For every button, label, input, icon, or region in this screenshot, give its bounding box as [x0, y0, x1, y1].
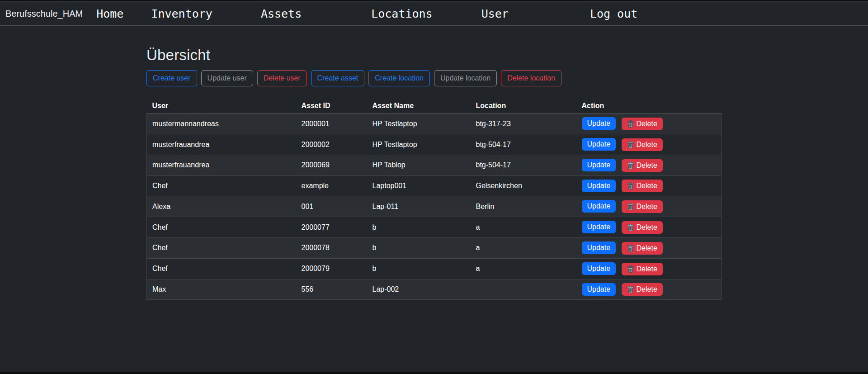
toolbar: Create userUpdate userDelete userCreate … [146, 70, 722, 86]
header-asset-name: Asset Name [367, 99, 471, 114]
delete-button-label: Delete [637, 285, 657, 294]
window-bottom-edge [0, 372, 868, 374]
update-button[interactable]: Update [582, 241, 616, 254]
table-row: Chef 2000079 b a Update Delete [147, 258, 722, 279]
update-button[interactable]: Update [582, 159, 616, 171]
delete-button-label: Delete [637, 182, 657, 190]
nav-item-locations[interactable]: Locations [371, 7, 432, 20]
trash-icon [627, 286, 634, 293]
update-button[interactable]: Update [582, 180, 616, 192]
cell-asset-name: b [367, 217, 471, 238]
create-location-button[interactable]: Create location [368, 70, 430, 86]
cell-action: Update Delete [576, 217, 722, 238]
cell-user: musterfrauandrea [147, 155, 296, 175]
nav-item-log-out[interactable]: Log out [590, 7, 637, 20]
cell-action: Update Delete [576, 134, 722, 155]
header-user: User [147, 99, 296, 114]
navbar: Berufsschule_HAM HomeInventoryAssetsLoca… [0, 2, 868, 26]
cell-asset-id: 001 [296, 196, 367, 217]
update-button[interactable]: Update [582, 138, 616, 151]
nav-item-inventory[interactable]: Inventory [151, 7, 212, 20]
nav-item-user[interactable]: User [481, 7, 509, 20]
cell-user: Chef [147, 175, 296, 196]
cell-action: Update Delete [576, 114, 722, 134]
delete-button-label: Delete [637, 161, 657, 170]
cell-asset-name: Lap-002 [367, 279, 471, 300]
trash-icon [627, 120, 634, 128]
cell-location: a [471, 258, 576, 279]
cell-action: Update Delete [576, 258, 722, 279]
cell-asset-name: HP Testlaptop [367, 114, 471, 134]
cell-action: Update Delete [576, 175, 722, 196]
header-action: Action [576, 99, 722, 114]
delete-button[interactable]: Delete [622, 221, 663, 234]
cell-action: Update Delete [576, 196, 722, 217]
cell-asset-name: b [367, 258, 471, 279]
cell-user: musterfrauandrea [147, 134, 296, 155]
cell-user: Chef [147, 217, 296, 238]
trash-icon [627, 162, 634, 169]
header-location: Location [471, 99, 576, 114]
create-asset-button[interactable]: Create asset [311, 70, 365, 86]
cell-user: Chef [147, 237, 296, 258]
update-location-button[interactable]: Update location [434, 70, 497, 86]
nav-item-assets[interactable]: Assets [261, 7, 302, 20]
cell-asset-id: 556 [296, 279, 367, 300]
delete-button-label: Delete [637, 120, 657, 128]
trash-icon [627, 224, 634, 231]
cell-location: Gelsenkirchen [471, 175, 576, 196]
cell-action: Update Delete [576, 279, 722, 300]
table-row: musterfrauandrea 2000002 HP Testlaptop b… [147, 134, 722, 155]
delete-button[interactable]: Delete [622, 138, 663, 151]
update-user-button[interactable]: Update user [201, 70, 253, 86]
delete-button-label: Delete [637, 203, 657, 211]
table-row: musterfrauandrea 2000069 HP Tablop btg-5… [147, 155, 722, 175]
table-row: Chef example Laptop001 Gelsenkirchen Upd… [147, 175, 722, 196]
cell-user: Alexa [147, 196, 296, 217]
table-row: Chef 2000077 b a Update Delete [147, 217, 722, 238]
table-row: mustermannandreas 2000001 HP Testlaptop … [147, 114, 722, 134]
delete-button-label: Delete [637, 265, 657, 273]
cell-asset-id: 2000002 [296, 134, 367, 155]
cell-asset-id: 2000001 [296, 114, 367, 134]
cell-asset-id: 2000079 [296, 258, 367, 279]
delete-button[interactable]: Delete [622, 242, 663, 255]
cell-asset-name: Lap-011 [367, 196, 471, 217]
delete-button[interactable]: Delete [622, 118, 663, 130]
update-button[interactable]: Update [582, 221, 616, 233]
delete-button-label: Delete [637, 244, 657, 252]
cell-user: Chef [147, 258, 296, 279]
create-user-button[interactable]: Create user [146, 70, 197, 86]
cell-location: btg-504-17 [471, 134, 576, 155]
cell-location: btg-317-23 [471, 114, 576, 134]
nav-item-home[interactable]: Home [96, 7, 123, 20]
delete-button[interactable]: Delete [622, 180, 663, 192]
trash-icon [627, 141, 634, 148]
nav-items: HomeInventoryAssetsLocationsUserLog out [83, 7, 637, 20]
delete-button-label: Delete [637, 223, 657, 232]
delete-user-button[interactable]: Delete user [257, 70, 307, 86]
assets-table: User Asset ID Asset Name Location Action… [146, 99, 722, 300]
cell-asset-name: HP Testlaptop [367, 134, 471, 155]
table-row: Alexa 001 Lap-011 Berlin Update Delete [147, 196, 722, 217]
delete-button[interactable]: Delete [622, 263, 663, 275]
trash-icon [627, 245, 634, 252]
cell-user: Max [147, 279, 296, 300]
table-row: Max 556 Lap-002 Update Delete [147, 279, 722, 300]
cell-location: a [471, 237, 576, 258]
navbar-brand[interactable]: Berufsschule_HAM [5, 9, 83, 19]
delete-location-button[interactable]: Delete location [501, 70, 561, 86]
trash-icon [627, 265, 634, 273]
update-button[interactable]: Update [582, 283, 616, 296]
delete-button[interactable]: Delete [622, 200, 663, 213]
cell-asset-id: 2000078 [296, 237, 367, 258]
delete-button[interactable]: Delete [622, 283, 663, 296]
delete-button[interactable]: Delete [622, 159, 663, 172]
cell-location: Berlin [471, 196, 576, 217]
page-title: Übersicht [146, 47, 722, 64]
cell-asset-id: 2000077 [296, 217, 367, 238]
table-header: User Asset ID Asset Name Location Action [147, 99, 722, 114]
update-button[interactable]: Update [582, 262, 616, 275]
update-button[interactable]: Update [582, 200, 616, 213]
update-button[interactable]: Update [582, 117, 616, 130]
